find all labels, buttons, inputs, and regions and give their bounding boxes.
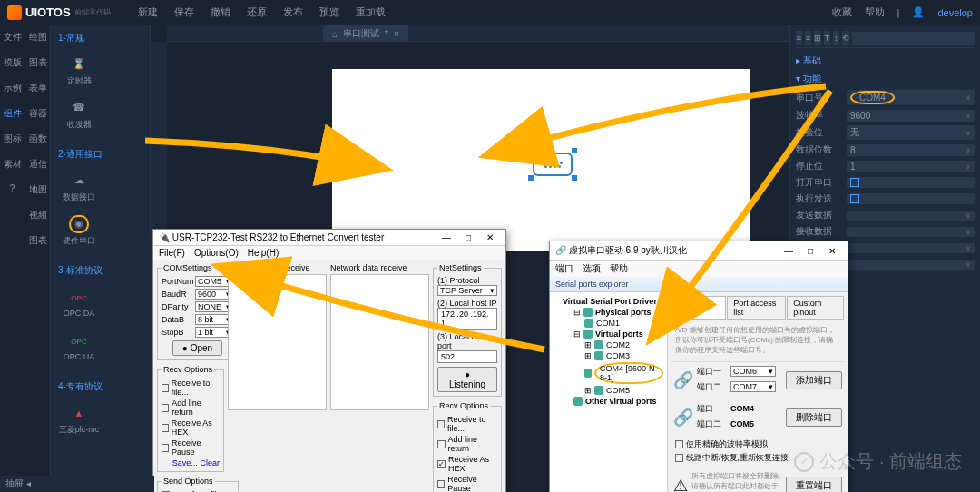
clear-link[interactable]: Clear [200, 458, 220, 467]
st-comm[interactable]: 通信 [29, 158, 47, 171]
st-form[interactable]: 表单 [29, 82, 47, 94]
pair1-a-select[interactable]: COM6▾ [730, 366, 776, 377]
st-func[interactable]: 函数 [29, 133, 47, 145]
st-draw[interactable]: 绘图 [29, 31, 47, 44]
lt-template[interactable]: 模版 [4, 56, 22, 69]
lt-example[interactable]: 示例 [4, 82, 22, 94]
pal-data-iface[interactable]: ☁数据接口 [58, 167, 100, 207]
st-video[interactable]: 视频 [29, 209, 47, 221]
tab-close-icon[interactable]: × [394, 29, 399, 39]
property-search[interactable] [852, 32, 975, 45]
canvas[interactable] [332, 69, 750, 251]
pal-mitsubishi[interactable]: ▲三菱plc-mc [58, 399, 100, 439]
canvas-tab[interactable]: ⌂ 串口测试 * × [323, 25, 408, 42]
vspd-menu-port[interactable]: 端口 [555, 262, 573, 275]
port-input[interactable]: 502 [437, 350, 497, 363]
tree-com3[interactable]: ⊞ COM3 [554, 350, 663, 361]
usr-tcp232-window[interactable]: 🔌 USR-TCP232-Test RS232 to Ethernet Conv… [152, 229, 506, 492]
menu-publish[interactable]: 发布 [283, 5, 303, 19]
com-receive-area[interactable] [228, 274, 327, 410]
placed-serial-component[interactable] [533, 153, 573, 176]
menu-preview[interactable]: 预览 [319, 5, 339, 19]
vspd-chk2[interactable] [675, 454, 683, 462]
tree-com1[interactable]: COM1 [554, 318, 663, 329]
lt-component[interactable]: 组件 [4, 107, 22, 120]
st-chart2[interactable]: 图表 [29, 234, 47, 247]
vspd-tab-access[interactable]: Port access list [727, 296, 786, 320]
rp-sec-base[interactable]: ▸ 基础 [796, 52, 975, 70]
prop-row-5[interactable]: 打开串口 [796, 174, 975, 191]
ip-input[interactable]: 172 .20 .192. 1 [437, 308, 497, 330]
add-port-button[interactable]: 添加端口 [786, 371, 842, 389]
recv-chk-0[interactable] [162, 384, 169, 392]
vspd-min-icon[interactable]: — [779, 246, 799, 256]
vspd-chk1[interactable] [675, 440, 683, 448]
pal-sec2-title[interactable]: 2-通用接口 [54, 145, 146, 163]
user-name[interactable]: develop [937, 7, 973, 18]
usr-menu-file[interactable]: File(F) [159, 248, 185, 258]
prop-row-2[interactable]: 校验位无∨ [796, 123, 975, 142]
del-port-button[interactable]: 删除端口 [786, 408, 842, 427]
lt-icon[interactable]: 图标 [4, 133, 22, 145]
rp-btn-2[interactable]: ≡ [805, 31, 811, 45]
recv-chk-2[interactable] [162, 424, 169, 432]
vspd-tree[interactable]: Virtual Serial Port Driver ⊟ Physical po… [550, 292, 668, 492]
usr-max-icon[interactable]: □ [458, 232, 478, 242]
tree-other[interactable]: Other virtual ports [554, 396, 663, 407]
top-help[interactable]: 帮助 [865, 5, 885, 19]
vspd-close-icon[interactable]: ✕ [822, 246, 842, 256]
vspd-menu-option[interactable]: 选项 [583, 262, 601, 275]
pal-serial-port[interactable]: ◉硬件串口 [58, 211, 100, 251]
tree-com5[interactable]: ⊞ COM5 [554, 385, 663, 396]
drawer-toggle[interactable]: 抽屉 ◂ [0, 476, 154, 492]
prop-row-7[interactable]: 发送数据∨ [796, 207, 975, 223]
usr-close-icon[interactable]: ✕ [480, 232, 500, 242]
st-map[interactable]: 地图 [29, 183, 47, 196]
save-link[interactable]: Save... [172, 458, 198, 467]
prop-row-8[interactable]: 接收数据∨ [796, 223, 975, 240]
vspd-menu-help[interactable]: 帮助 [610, 262, 628, 275]
prop-row-4[interactable]: 停止位1∨ [796, 158, 975, 174]
pal-sec4-title[interactable]: 4-专有协议 [54, 378, 146, 396]
rp-btn-6[interactable]: ⟲ [842, 31, 849, 45]
pair1-b-select[interactable]: COM7▾ [730, 381, 776, 392]
net-receive-area[interactable] [330, 274, 429, 410]
proto-select[interactable]: TCP Server▾ [437, 285, 497, 296]
tree-phys[interactable]: ⊟ Physical ports [554, 307, 663, 318]
rp-sec-func[interactable]: ▾ 功能 [796, 70, 975, 88]
tree-virt[interactable]: ⊟ Virtual ports [554, 329, 663, 339]
recv-chk-1[interactable] [162, 404, 169, 412]
reset-port-button[interactable]: 重置端口 [786, 477, 842, 492]
vspd-tab-manage[interactable]: Manage ports [671, 296, 726, 320]
pal-opcua[interactable]: OPCOPC UA [58, 327, 100, 367]
recv-chk-3[interactable] [162, 444, 169, 452]
menu-new[interactable]: 新建 [138, 5, 158, 19]
lt-material[interactable]: 素材 [4, 158, 22, 171]
rp-btn-3[interactable]: ⊞ [814, 31, 821, 45]
menu-reload[interactable]: 重加载 [356, 5, 386, 19]
usr-menu-help[interactable]: Help(H) [248, 248, 279, 258]
prop-row-1[interactable]: 波特率9600∨ [796, 107, 975, 123]
listen-button[interactable]: ● Listening [437, 367, 497, 392]
pal-transceiver[interactable]: ☎收发器 [58, 94, 100, 134]
pal-sec3-title[interactable]: 3-标准协议 [54, 261, 146, 280]
tree-com4[interactable]: COM4 [9600-N-8-1] [554, 361, 663, 385]
usr-min-icon[interactable]: — [436, 232, 456, 242]
pal-sec1-title[interactable]: 1-常规 [54, 29, 146, 47]
menu-save[interactable]: 保存 [174, 5, 194, 19]
top-fav[interactable]: 收藏 [832, 5, 852, 19]
prop-row-0[interactable]: 串口号COM4∨ [796, 88, 975, 107]
pal-opcda[interactable]: OPCOPC DA [58, 283, 100, 323]
prop-row-3[interactable]: 数据位数8∨ [796, 142, 975, 158]
lt-help-icon[interactable]: ? [10, 183, 15, 193]
st-chart[interactable]: 图表 [29, 56, 47, 69]
vspd-tab-pinout[interactable]: Custom pinout [787, 296, 844, 320]
st-container[interactable]: 容器 [29, 107, 47, 120]
open-button[interactable]: ● Open [172, 340, 222, 356]
tree-root[interactable]: Virtual Serial Port Driver [554, 296, 663, 307]
vspd-max-icon[interactable]: □ [800, 246, 820, 256]
menu-redo[interactable]: 还原 [247, 5, 267, 19]
rp-btn-4[interactable]: T [824, 31, 830, 45]
menu-undo[interactable]: 撤销 [211, 5, 230, 19]
pal-timer[interactable]: ⌛定时器 [58, 51, 100, 91]
